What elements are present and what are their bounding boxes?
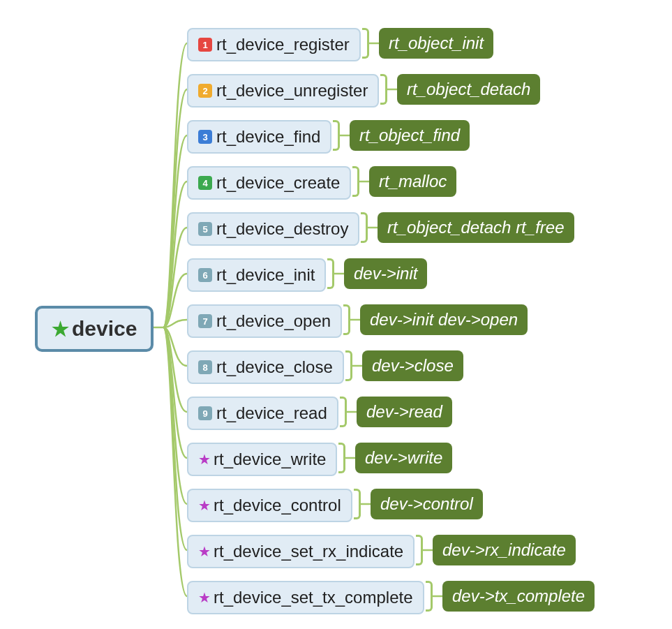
bracket-connector <box>426 581 433 612</box>
bracket-connector <box>362 28 369 59</box>
detail-node[interactable]: dev->rx_indicate <box>433 535 576 565</box>
detail-node[interactable]: rt_object_init <box>379 28 493 59</box>
child-node[interactable]: ★rt_device_set_tx_complete <box>187 581 424 614</box>
priority-badge: 6 <box>198 268 212 282</box>
child-label: rt_device_find <box>216 127 320 147</box>
child-node[interactable]: 5rt_device_destroy <box>187 212 359 246</box>
star-icon: ★ <box>198 497 211 514</box>
child-node[interactable]: ★rt_device_write <box>187 443 337 476</box>
bracket-connector <box>345 350 352 381</box>
child-label: rt_device_register <box>216 35 350 54</box>
priority-badge: 3 <box>198 130 212 144</box>
bracket-connector <box>340 397 347 427</box>
child-node[interactable]: 1rt_device_register <box>187 28 361 61</box>
priority-badge: 1 <box>198 38 212 52</box>
bracket-connector <box>361 212 368 243</box>
child-label: rt_device_read <box>216 404 327 423</box>
child-node[interactable]: ★rt_device_set_rx_indicate <box>187 535 415 568</box>
priority-badge: 2 <box>198 84 212 98</box>
child-label: rt_device_close <box>216 357 333 377</box>
star-icon: ★ <box>198 451 211 468</box>
bracket-connector <box>352 166 359 197</box>
child-label: rt_device_unregister <box>216 81 368 101</box>
child-label: rt_device_set_rx_indicate <box>214 542 403 561</box>
child-label: rt_device_open <box>216 311 331 331</box>
child-label: rt_device_init <box>216 265 315 285</box>
detail-node[interactable]: dev->init <box>344 258 427 289</box>
star-icon: ★ <box>198 543 211 560</box>
root-label: device <box>72 317 137 341</box>
detail-node[interactable]: dev->control <box>371 489 483 519</box>
bracket-connector <box>380 74 387 105</box>
detail-node[interactable]: dev->init dev->open <box>360 304 528 335</box>
child-label: rt_device_control <box>214 496 341 515</box>
bracket-connector <box>416 535 423 565</box>
bracket-connector <box>327 258 334 289</box>
priority-badge: 5 <box>198 222 212 236</box>
child-label: rt_device_destroy <box>216 219 348 239</box>
star-icon: ★ <box>198 589 211 606</box>
child-node[interactable]: 6rt_device_init <box>187 258 326 292</box>
detail-node[interactable]: dev->write <box>355 443 452 473</box>
detail-node[interactable]: dev->read <box>357 397 452 427</box>
child-node[interactable]: 9rt_device_read <box>187 397 338 430</box>
child-node[interactable]: 3rt_device_find <box>187 120 331 154</box>
priority-badge: 8 <box>198 360 212 374</box>
priority-badge: 4 <box>198 176 212 190</box>
root-node[interactable]: ★ device <box>35 306 154 352</box>
bracket-connector <box>354 489 361 519</box>
detail-node[interactable]: dev->close <box>362 350 463 381</box>
child-label: rt_device_set_tx_complete <box>214 588 413 607</box>
child-node[interactable]: ★rt_device_control <box>187 489 352 522</box>
mindmap-canvas: ★ device 1rt_device_registerrt_object_in… <box>14 14 658 615</box>
child-label: rt_device_create <box>216 173 340 193</box>
child-node[interactable]: 7rt_device_open <box>187 304 342 338</box>
bracket-connector <box>338 443 345 473</box>
child-node[interactable]: 8rt_device_close <box>187 350 344 384</box>
star-icon: ★ <box>52 318 69 341</box>
child-label: rt_device_write <box>214 450 326 469</box>
detail-node[interactable]: dev->tx_complete <box>442 581 595 612</box>
detail-node[interactable]: rt_object_find <box>350 120 470 151</box>
child-node[interactable]: 2rt_device_unregister <box>187 74 379 108</box>
bracket-connector <box>343 304 350 335</box>
detail-node[interactable]: rt_object_detach <box>397 74 540 105</box>
detail-node[interactable]: rt_malloc <box>369 166 456 197</box>
priority-badge: 9 <box>198 406 212 420</box>
bracket-connector <box>333 120 340 151</box>
priority-badge: 7 <box>198 314 212 328</box>
child-node[interactable]: 4rt_device_create <box>187 166 351 200</box>
detail-node[interactable]: rt_object_detach rt_free <box>378 212 574 243</box>
